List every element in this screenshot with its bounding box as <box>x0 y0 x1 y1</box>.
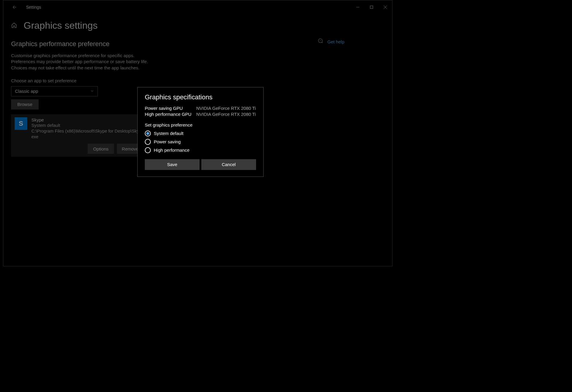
radio-group: System default Power saving High perform… <box>145 130 256 153</box>
radio-label: High performance <box>154 148 189 153</box>
spec-row: High performance GPU NVIDIA GeForce RTX … <box>145 111 256 117</box>
radio-label: Power saving <box>154 139 181 144</box>
skype-icon: S <box>15 117 27 130</box>
radio-high-performance[interactable]: High performance <box>145 147 256 153</box>
svg-rect-1 <box>370 6 373 9</box>
dialog-title: Graphics specifications <box>145 93 256 101</box>
spec-row: Power saving GPU NVIDIA GeForce RTX 2080… <box>145 105 256 111</box>
arrow-left-icon <box>12 4 17 10</box>
app-buttons: Options Remove <box>15 144 145 154</box>
page-title: Graphics settings <box>24 20 98 31</box>
graphics-specifications-dialog: Graphics specifications Power saving GPU… <box>137 87 264 177</box>
titlebar: Settings <box>3 0 392 14</box>
dropdown-value: Classic app <box>15 89 38 94</box>
preference-label: Set graphics preference <box>145 122 256 127</box>
chat-help-icon: ? <box>317 38 323 45</box>
options-button[interactable]: Options <box>88 144 114 154</box>
radio-label: System default <box>154 131 183 136</box>
app-list-item[interactable]: S Skype System default C:\Program Files … <box>11 114 149 157</box>
svg-text:?: ? <box>320 39 321 42</box>
radio-indicator <box>145 139 151 145</box>
close-icon <box>384 5 387 9</box>
spec-value: NVIDIA GeForce RTX 2080 Ti <box>196 111 256 117</box>
browse-button[interactable]: Browse <box>11 99 39 110</box>
maximize-icon <box>370 5 373 9</box>
minimize-button[interactable] <box>351 0 365 14</box>
chevron-down-icon <box>90 89 94 94</box>
app-type-dropdown[interactable]: Classic app <box>11 86 98 96</box>
back-button[interactable] <box>9 1 21 13</box>
app-meta: Skype System default C:\Program Files (x… <box>31 117 145 140</box>
spec-value: NVIDIA GeForce RTX 2080 Ti <box>196 105 256 111</box>
app-path: C:\Program Files (x86)\Microsoft\Skype f… <box>31 128 145 140</box>
spec-label: Power saving GPU <box>145 105 193 111</box>
save-button[interactable]: Save <box>145 159 200 170</box>
section-description: Customise graphics performance preferenc… <box>11 53 191 71</box>
radio-indicator <box>145 147 151 153</box>
radio-system-default[interactable]: System default <box>145 130 256 136</box>
close-button[interactable] <box>378 0 392 14</box>
spec-label: High performance GPU <box>145 111 193 117</box>
minimize-icon <box>356 5 360 9</box>
app-mode: System default <box>31 123 145 128</box>
cancel-button[interactable]: Cancel <box>201 159 256 170</box>
page-header: Graphics settings <box>11 20 384 31</box>
window-controls <box>351 0 392 14</box>
settings-window: Settings Graphics settings Graphics perf… <box>3 0 393 266</box>
radio-power-saving[interactable]: Power saving <box>145 139 256 145</box>
desc-line: Customise graphics performance preferenc… <box>11 53 191 59</box>
app-row-top: S Skype System default C:\Program Files … <box>15 117 145 140</box>
radio-indicator <box>145 130 151 136</box>
desc-line: Preferences may provide better app perfo… <box>11 59 191 65</box>
maximize-button[interactable] <box>365 0 378 14</box>
get-help-link[interactable]: Get help <box>327 39 344 44</box>
home-icon[interactable] <box>11 22 17 29</box>
titlebar-left: Settings <box>3 1 41 13</box>
window-title: Settings <box>26 5 41 10</box>
dialog-buttons: Save Cancel <box>145 159 256 170</box>
choose-app-label: Choose an app to set preference <box>11 78 384 83</box>
app-name: Skype <box>31 117 145 122</box>
help-section: ? Get help <box>317 38 344 45</box>
desc-line: Choices may not take effect until the ne… <box>11 65 191 71</box>
